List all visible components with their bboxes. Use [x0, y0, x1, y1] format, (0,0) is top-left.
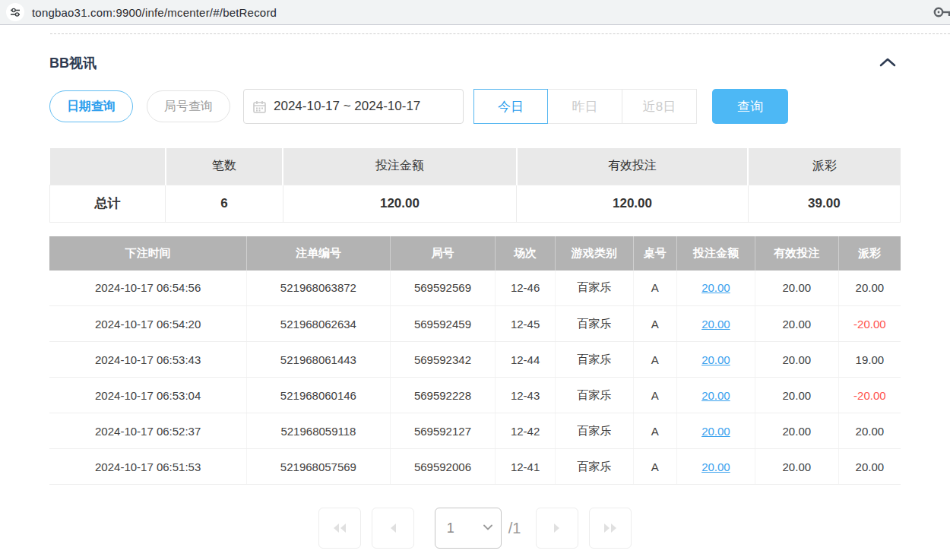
cell-slip-number: 521968063872 [247, 271, 390, 306]
summary-header-cell [50, 148, 166, 185]
last-page-button[interactable] [589, 508, 632, 549]
filter-toolbar: 日期查询 局号查询 2024-10-17 ~ 2024-10-17 今日 [49, 89, 901, 124]
bet-amount-link[interactable]: 20.00 [701, 281, 730, 294]
records-header-cell: 投注金额 [676, 236, 755, 271]
round-query-tab[interactable]: 局号查询 [147, 90, 230, 122]
key-icon[interactable] [933, 5, 950, 19]
cell-game-type: 百家乐 [555, 342, 633, 378]
today-button[interactable]: 今日 [473, 89, 548, 124]
pagination: 1 /1 [49, 508, 901, 549]
summary-table: 笔数投注金额有效投注派彩 总计 6 120.00 120.00 39.00 [49, 148, 901, 223]
bet-amount-link[interactable]: 20.00 [701, 353, 730, 366]
cell-round-number: 569592228 [390, 378, 496, 413]
tune-icon [10, 7, 21, 17]
bet-amount-link[interactable]: 20.00 [701, 318, 730, 331]
page-title: BB视讯 [49, 54, 97, 72]
bet-amount-link[interactable]: 20.00 [701, 425, 730, 438]
cell-session: 12-41 [496, 449, 555, 485]
table-row: 2024-10-17 06:54:20 521968062634 5695924… [49, 306, 901, 342]
records-header-row: 下注时间注单编号局号场次游戏类别桌号投注金额有效投注派彩 [49, 236, 901, 271]
collapse-panel-button[interactable] [875, 55, 901, 71]
quick-date-button-group: 今日 昨日 近8日 [473, 89, 697, 124]
table-row: 2024-10-17 06:54:56 521968063872 5695925… [49, 271, 901, 306]
bet-amount-link[interactable]: 20.00 [701, 389, 730, 402]
cell-session: 12-43 [496, 378, 555, 413]
url-text[interactable]: tongbao31.com:9900/infe/mcenter/#/betRec… [32, 6, 277, 19]
cell-round-number: 569592006 [390, 449, 496, 485]
summary-header-cell: 笔数 [166, 148, 283, 185]
page-select[interactable]: 1 [435, 508, 502, 549]
cell-session: 12-45 [496, 306, 555, 342]
summary-payout: 39.00 [748, 185, 900, 222]
cell-payout: 20.00 [838, 413, 901, 449]
next-page-button[interactable] [536, 508, 578, 549]
cell-game-type: 百家乐 [555, 271, 633, 306]
first-page-button[interactable] [318, 508, 361, 549]
cell-game-type: 百家乐 [555, 413, 633, 449]
cell-payout: -20.00 [838, 306, 901, 342]
table-row: 2024-10-17 06:53:04 521968060146 5695922… [49, 378, 901, 413]
cell-round-number: 569592569 [390, 271, 496, 306]
table-row: 2024-10-17 06:52:37 521968059118 5695921… [49, 413, 901, 449]
cell-bet-amount: 20.00 [676, 449, 755, 485]
cell-bet-time: 2024-10-17 06:54:56 [49, 271, 247, 306]
site-permissions-icon[interactable] [6, 3, 24, 21]
cell-bet-time: 2024-10-17 06:53:43 [49, 342, 247, 378]
records-header-cell: 游戏类别 [555, 236, 633, 271]
panel-header: BB视讯 [49, 54, 901, 72]
cell-valid-bet: 20.00 [755, 449, 838, 485]
bet-record-panel: BB视讯 日期查询 局号查询 [0, 54, 950, 549]
summary-header-row: 笔数投注金额有效投注派彩 [50, 148, 901, 185]
cell-table-number: A [633, 378, 676, 413]
double-right-arrow-icon [603, 522, 618, 534]
cell-bet-amount: 20.00 [676, 342, 755, 378]
dashed-divider [50, 33, 950, 34]
cell-round-number: 569592127 [390, 413, 496, 449]
cell-valid-bet: 20.00 [755, 342, 838, 378]
cell-slip-number: 521968062634 [247, 306, 390, 342]
cell-bet-amount: 20.00 [676, 271, 755, 306]
cell-payout: 20.00 [838, 271, 901, 306]
cell-slip-number: 521968057569 [247, 449, 390, 485]
records-header-cell: 有效投注 [755, 236, 838, 271]
summary-total-label: 总计 [50, 185, 166, 222]
browser-address-bar[interactable]: tongbao31.com:9900/infe/mcenter/#/betRec… [0, 0, 950, 25]
records-header-cell: 下注时间 [49, 236, 247, 271]
summary-total-row: 总计 6 120.00 120.00 39.00 [50, 185, 901, 222]
cell-table-number: A [633, 306, 676, 342]
cell-slip-number: 521968060146 [247, 378, 390, 413]
cell-payout: 20.00 [838, 449, 901, 485]
search-button[interactable]: 查询 [712, 89, 788, 124]
cell-game-type: 百家乐 [555, 378, 633, 413]
table-row: 2024-10-17 06:51:53 521968057569 5695920… [49, 449, 901, 485]
cell-valid-bet: 20.00 [755, 271, 838, 306]
bet-amount-link[interactable]: 20.00 [701, 460, 730, 473]
yesterday-button[interactable]: 昨日 [548, 89, 622, 124]
date-range-input[interactable]: 2024-10-17 ~ 2024-10-17 [243, 89, 464, 124]
last-8-days-button[interactable]: 近8日 [622, 89, 697, 124]
cell-payout: -20.00 [838, 378, 901, 413]
page-select-wrap: 1 [435, 508, 502, 549]
cell-table-number: A [633, 449, 676, 485]
right-arrow-icon [553, 522, 562, 534]
cell-bet-time: 2024-10-17 06:53:04 [49, 378, 247, 413]
cell-valid-bet: 20.00 [755, 306, 838, 342]
cell-game-type: 百家乐 [555, 306, 633, 342]
cell-valid-bet: 20.00 [755, 378, 838, 413]
cell-slip-number: 521968059118 [247, 413, 390, 449]
prev-page-button[interactable] [372, 508, 414, 549]
date-query-tab[interactable]: 日期查询 [49, 90, 133, 122]
cell-payout: 19.00 [838, 342, 901, 378]
records-header-cell: 场次 [496, 236, 555, 271]
cell-session: 12-42 [496, 413, 555, 449]
cell-bet-time: 2024-10-17 06:54:20 [49, 306, 247, 342]
records-header-cell: 桌号 [633, 236, 676, 271]
calendar-icon [253, 100, 266, 113]
records-header-cell: 派彩 [838, 236, 901, 271]
cell-bet-time: 2024-10-17 06:52:37 [49, 413, 247, 449]
chevron-up-icon [879, 58, 896, 67]
total-pages-label: /1 [508, 520, 521, 537]
cell-bet-amount: 20.00 [676, 306, 755, 342]
summary-header-cell: 派彩 [748, 148, 900, 185]
summary-count: 6 [166, 185, 283, 222]
